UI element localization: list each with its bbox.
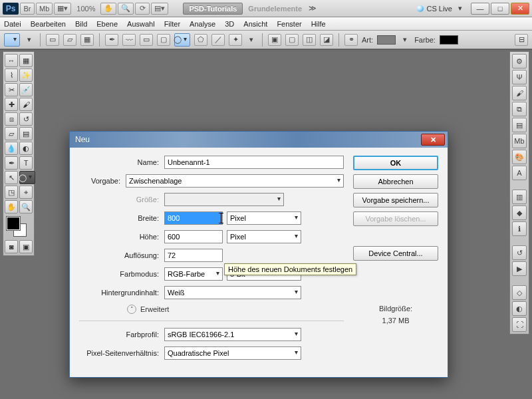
device-central-button[interactable]: Device Central... bbox=[353, 246, 438, 261]
3dcamera-tool-icon[interactable]: ⌖ bbox=[19, 186, 33, 199]
marquee-tool-icon[interactable]: ▦ bbox=[19, 54, 33, 67]
minibridge-button[interactable]: Mb bbox=[36, 3, 53, 15]
stamp-tool-icon[interactable]: ⧇ bbox=[5, 112, 18, 126]
breite-input[interactable] bbox=[164, 211, 223, 225]
eyedropper-tool-icon[interactable]: 💉 bbox=[19, 83, 33, 96]
blur-tool-icon[interactable]: 💧 bbox=[5, 142, 18, 155]
chevron-down-icon[interactable]: ▾ bbox=[24, 35, 35, 44]
history-panel-icon[interactable]: ↺ bbox=[512, 245, 527, 260]
line-shape-icon[interactable]: ／ bbox=[211, 34, 225, 46]
rotate-view-button[interactable]: ⟳ bbox=[135, 3, 150, 15]
bridge-button[interactable]: Br bbox=[20, 3, 35, 15]
chevron-down-icon[interactable]: ▾ bbox=[400, 35, 410, 44]
healing-tool-icon[interactable]: ✚ bbox=[5, 98, 18, 111]
save-preset-button[interactable]: Vorgabe speichern... bbox=[353, 193, 438, 207]
3d-tool-icon[interactable]: ◳ bbox=[5, 186, 18, 199]
cancel-button[interactable]: Abbrechen bbox=[353, 174, 438, 189]
color-swatch[interactable] bbox=[440, 35, 458, 45]
zoom-tool-button[interactable]: 🔍 bbox=[118, 3, 134, 15]
menu-filter[interactable]: Filter bbox=[164, 20, 180, 28]
path-select-icon[interactable]: ↖ bbox=[5, 171, 18, 184]
polygon-shape-icon[interactable]: ⬠ bbox=[194, 34, 207, 46]
menu-analyse[interactable]: Analyse bbox=[190, 20, 215, 28]
chevron-down-icon[interactable]: ▾ bbox=[246, 35, 257, 44]
fill-pixels-icon[interactable]: ▦ bbox=[80, 34, 94, 46]
actions-panel-icon[interactable]: ▶ bbox=[512, 261, 527, 276]
adjustments-panel-icon[interactable]: ⚙ bbox=[512, 54, 527, 68]
freeform-pen-icon[interactable]: 〰 bbox=[122, 34, 136, 46]
brush-panel-icon[interactable]: Ψ bbox=[512, 70, 527, 84]
character-panel-icon[interactable]: A bbox=[512, 166, 527, 180]
farbprofil-select[interactable]: sRGB IEC61966-2.1 bbox=[164, 328, 301, 341]
hoehe-unit-select[interactable]: Pixel bbox=[227, 230, 301, 243]
lasso-tool-icon[interactable]: ⌇ bbox=[5, 68, 18, 82]
quickmask-icon[interactable]: ◙ bbox=[5, 240, 18, 253]
clone-panel-icon[interactable]: ⧉ bbox=[512, 102, 527, 116]
vorgabe-select[interactable]: Zwischenablage bbox=[126, 174, 344, 188]
aufloesung-input[interactable] bbox=[164, 249, 223, 262]
erweitert-toggle[interactable]: ˄ Erweitert bbox=[79, 305, 344, 314]
wand-tool-icon[interactable]: ✨ bbox=[19, 68, 33, 82]
ellipse-shape-icon[interactable]: ◯ bbox=[174, 33, 190, 47]
shape-layers-icon[interactable]: ▭ bbox=[46, 34, 59, 46]
cslive-button[interactable]: CS Live ▾ bbox=[417, 4, 466, 13]
color-panel-icon[interactable]: ▥ bbox=[512, 190, 527, 204]
pixelsv-select[interactable]: Quadratische Pixel bbox=[164, 346, 301, 360]
ok-button[interactable]: OK bbox=[353, 156, 438, 170]
minibridge-panel-icon[interactable]: Mb bbox=[512, 134, 527, 148]
screen-mode-button[interactable]: ▦▾ bbox=[54, 3, 71, 15]
brushpresets-panel-icon[interactable]: 🖌 bbox=[512, 86, 527, 100]
navigator-panel-icon[interactable]: ⛶ bbox=[512, 317, 527, 332]
rect-shape-icon[interactable]: ▭ bbox=[140, 34, 153, 46]
arrange-documents-button[interactable]: ▤▾ bbox=[151, 3, 168, 15]
style-swatch[interactable] bbox=[377, 35, 396, 45]
dialog-close-button[interactable]: ✕ bbox=[421, 134, 445, 146]
combine-subtract-icon[interactable]: ▢ bbox=[285, 34, 299, 46]
panel-collapse-icon[interactable]: ⊟ bbox=[515, 34, 528, 46]
menu-bearbeiten[interactable]: Bearbeiten bbox=[31, 20, 66, 28]
menu-datei[interactable]: Datei bbox=[4, 20, 21, 28]
menu-hilfe[interactable]: Hilfe bbox=[311, 20, 326, 28]
foreground-color-icon[interactable] bbox=[7, 217, 20, 230]
workspace-more-icon[interactable]: ≫ bbox=[307, 4, 318, 13]
rrect-shape-icon[interactable]: ▢ bbox=[157, 34, 170, 46]
history-brush-icon[interactable]: ↺ bbox=[19, 112, 33, 126]
pen-tool-icon[interactable]: ✒ bbox=[5, 156, 18, 170]
swatches-panel-icon[interactable]: 🎨 bbox=[512, 150, 527, 164]
minimize-button[interactable]: ― bbox=[471, 3, 489, 15]
menu-3d[interactable]: 3D bbox=[225, 20, 234, 28]
name-input[interactable] bbox=[164, 156, 344, 169]
hoehe-input[interactable] bbox=[164, 230, 223, 243]
menu-ansicht[interactable]: Ansicht bbox=[243, 20, 267, 28]
layers-panel-icon[interactable]: ▤ bbox=[512, 118, 527, 132]
link-icon[interactable]: ⚭ bbox=[344, 34, 358, 46]
maximize-button[interactable]: □ bbox=[491, 3, 509, 15]
hand-tool-icon[interactable]: ✋ bbox=[5, 200, 18, 213]
close-button[interactable]: ✕ bbox=[511, 3, 529, 15]
foreground-background-swatch[interactable] bbox=[5, 215, 35, 239]
eraser-tool-icon[interactable]: ▱ bbox=[5, 127, 18, 140]
menu-ebene[interactable]: Ebene bbox=[96, 20, 118, 28]
styles-panel-icon[interactable]: ◆ bbox=[512, 205, 527, 220]
channels-panel-icon[interactable]: ◐ bbox=[512, 301, 527, 316]
gradient-tool-icon[interactable]: ▤ bbox=[19, 127, 33, 140]
workspace-tab[interactable]: Grundelemente bbox=[244, 5, 306, 13]
shape-tool-icon[interactable]: ◯ bbox=[19, 171, 35, 184]
zoom-tool-icon[interactable]: 🔍 bbox=[19, 200, 33, 213]
combine-add-icon[interactable]: ▣ bbox=[268, 34, 281, 46]
screenmode-icon[interactable]: ▣ bbox=[19, 240, 33, 253]
dialog-titlebar[interactable]: Neu ✕ bbox=[70, 132, 448, 148]
hginhalt-select[interactable]: Weiß bbox=[164, 286, 301, 299]
crop-tool-icon[interactable]: ✂ bbox=[5, 83, 18, 96]
paths-panel-icon[interactable]: ◇ bbox=[512, 285, 527, 300]
move-tool-icon[interactable]: ↔ bbox=[5, 54, 18, 67]
menu-fenster[interactable]: Fenster bbox=[277, 20, 301, 28]
breite-unit-select[interactable]: Pixel bbox=[227, 211, 301, 225]
info-panel-icon[interactable]: ℹ bbox=[512, 221, 527, 236]
hand-tool-button[interactable]: ✋ bbox=[100, 3, 116, 15]
menu-bild[interactable]: Bild bbox=[75, 20, 87, 28]
workspace-tab-active[interactable]: PSD-Tutorials bbox=[183, 3, 243, 15]
zoom-level[interactable]: 100% bbox=[72, 5, 99, 13]
combine-exclude-icon[interactable]: ◪ bbox=[320, 34, 333, 46]
farbmodus-select[interactable]: RGB-Farbe bbox=[164, 267, 223, 281]
